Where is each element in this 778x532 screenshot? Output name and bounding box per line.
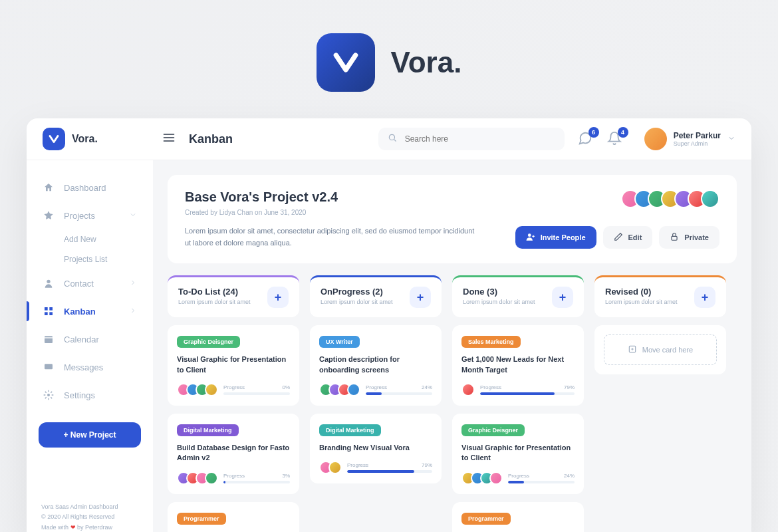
sidebar-item-label: Calendar	[64, 334, 137, 344]
search-wrap	[378, 128, 565, 150]
edit-button[interactable]: Edit	[603, 226, 653, 249]
card-tag: Graphic Deisgner	[177, 336, 240, 348]
plus-icon: +	[417, 291, 424, 305]
card-tag: Graphic Deisgner	[461, 424, 525, 436]
card-avatars	[461, 471, 503, 485]
svg-rect-2	[45, 307, 48, 311]
invite-people-button[interactable]: Invite People	[515, 226, 596, 249]
card-tag: Programmer	[177, 513, 226, 525]
card-tag: Digital Marketing	[319, 424, 381, 436]
private-button[interactable]: Private	[659, 226, 719, 249]
kanban-card[interactable]: Graphic Deisgner Visual Graphic for Pres…	[452, 414, 584, 494]
project-meta: Created by Lidya Chan on June 31, 2020	[185, 209, 719, 216]
hero-brand-text: Vora.	[391, 46, 462, 79]
svg-rect-7	[45, 364, 53, 369]
kanban-column-onprogress: OnProgress (2) Lorem ipsum dolor sit ame…	[310, 275, 442, 532]
kanban-card[interactable]: Digital Marketing Build Database Design …	[168, 414, 299, 494]
progress: Progress79%	[347, 462, 432, 473]
svg-point-0	[389, 134, 394, 140]
svg-rect-3	[49, 307, 53, 311]
kanban-column-todo: To-Do List (24) Lorem ipsum dolor sit am…	[168, 275, 299, 532]
kanban-card[interactable]: Graphic Deisgner Visual Graphic for Pres…	[168, 325, 299, 406]
card-avatars	[177, 383, 218, 396]
kanban-card[interactable]: Programmer Make Promotional Ads for Inst…	[452, 502, 584, 532]
card-title: Visual Graphic for Presentation to Clien…	[461, 443, 575, 464]
sidebar-item-label: Settings	[64, 390, 137, 400]
add-card-button[interactable]: +	[552, 287, 573, 308]
progress: Progress0%	[223, 384, 290, 395]
progress: Progress79%	[480, 384, 575, 395]
sidebar-item-settings[interactable]: Settings	[27, 381, 153, 409]
kanban-card[interactable]: UX Writer Caption description for onboar…	[310, 325, 442, 406]
card-tag: Sales Marketing	[461, 336, 521, 348]
kanban-card[interactable]: Programmer Make Promotional Ads for Inst…	[168, 502, 299, 532]
notifications-icon[interactable]: 4	[607, 131, 623, 147]
dropzone[interactable]: Move card here	[594, 325, 726, 374]
card-title: Caption description for onboarding scree…	[319, 354, 432, 375]
pencil-icon	[614, 232, 623, 243]
search-input[interactable]	[378, 128, 565, 150]
add-card-button[interactable]: +	[694, 287, 715, 308]
lock-icon	[670, 232, 679, 243]
topbar: Vora. Kanban 6 4 Peter Parkur Super Admi…	[27, 118, 751, 160]
sidebar-item-kanban[interactable]: Kanban	[27, 297, 153, 325]
move-icon	[628, 344, 637, 355]
card-avatars	[177, 471, 218, 485]
footer-made: Made with ❤ by Peterdraw	[27, 524, 153, 531]
column-title: To-Do List (24)	[178, 287, 267, 297]
card-avatars	[461, 383, 475, 396]
column-subtitle: Lorem ipsum dolor sit amet	[178, 299, 267, 305]
column-header: Revised (0) Lorem ipsum dolor sit amet +	[594, 275, 726, 317]
notifications-badge: 4	[618, 127, 628, 138]
kanban-card[interactable]: Digital Marketing Branding New Visual Vo…	[310, 414, 442, 483]
sidebar-item-calendar[interactable]: Calendar	[27, 325, 153, 353]
column-title: OnProgress (2)	[321, 287, 410, 297]
hero-logo	[317, 33, 375, 92]
kanban-column-done: Done (3) Lorem ipsum dolor sit amet + Sa…	[452, 275, 584, 532]
star-icon	[43, 209, 55, 221]
sidebar-item-messages[interactable]: Messages	[27, 353, 153, 381]
hamburger-icon[interactable]	[162, 131, 176, 147]
sidebar-item-contact[interactable]: Contact	[27, 269, 153, 297]
plus-icon: +	[275, 291, 282, 305]
card-avatars	[319, 383, 360, 396]
sidebar-item-label: Messages	[64, 362, 137, 372]
kanban-board: To-Do List (24) Lorem ipsum dolor sit am…	[168, 275, 737, 532]
new-project-button[interactable]: + New Project	[39, 422, 141, 448]
card-tag: Programmer	[461, 513, 511, 525]
card-title: Branding New Visual Vora	[319, 443, 432, 453]
card-avatars	[319, 461, 342, 474]
sidebar-item-label: Contact	[64, 279, 120, 289]
messages-badge: 6	[588, 127, 599, 138]
search-icon	[388, 133, 397, 145]
sidebar-item-label: Dashboard	[64, 183, 137, 193]
svg-rect-6	[45, 336, 53, 343]
sidebar-subitem-projects-list[interactable]: Projects List	[27, 249, 153, 269]
messages-icon[interactable]: 6	[578, 131, 594, 147]
sidebar-item-projects[interactable]: Projects	[27, 201, 153, 229]
heart-icon: ❤	[70, 524, 76, 531]
card-tag: Digital Marketing	[177, 424, 239, 436]
card-title: Get 1,000 New Leads for Next Month Targe…	[461, 354, 575, 375]
add-card-button[interactable]: +	[267, 287, 289, 308]
user-menu[interactable]: Peter Parkur Super Admin	[644, 128, 735, 150]
chat-icon	[43, 361, 55, 373]
app-window: Vora. Kanban 6 4 Peter Parkur Super Admi…	[27, 118, 751, 532]
project-header: Base Vora's Project v2.4 Created by Lidy…	[168, 175, 737, 263]
chevron-right-icon	[129, 307, 137, 317]
svg-rect-10	[672, 237, 677, 241]
sidebar-item-dashboard[interactable]: Dashboard	[27, 174, 153, 201]
kanban-column-revised: Revised (0) Lorem ipsum dolor sit amet +…	[594, 275, 726, 532]
hero-section: Vora.	[0, 0, 778, 118]
user-icon	[43, 277, 55, 289]
column-subtitle: Lorem ipsum dolor sit amet	[463, 299, 552, 305]
brand[interactable]: Vora.	[43, 128, 149, 150]
sidebar-subitem-add-new[interactable]: Add New	[27, 229, 153, 249]
add-card-button[interactable]: +	[410, 287, 431, 308]
kanban-card[interactable]: Sales Marketing Get 1,000 New Leads for …	[452, 325, 584, 406]
dropzone-label: Move card here	[642, 346, 693, 354]
column-header: OnProgress (2) Lorem ipsum dolor sit ame…	[310, 275, 442, 317]
plus-icon: +	[559, 291, 567, 305]
user-name: Peter Parkur	[674, 131, 721, 140]
plus-icon: +	[702, 291, 709, 305]
